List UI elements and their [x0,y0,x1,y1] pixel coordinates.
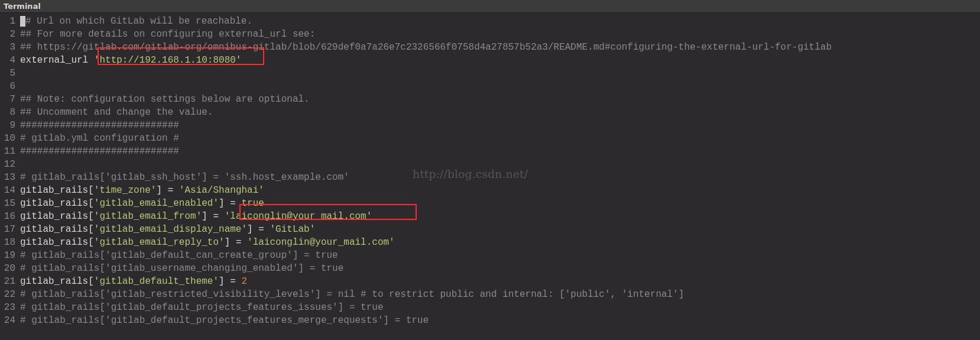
code-content[interactable]: # gitlab_rails['gitlab_username_changing… [20,262,980,275]
code-token: # gitlab_rails['gitlab_default_can_creat… [20,250,338,261]
line-number: 14 [0,184,20,197]
line-number: 5 [0,67,20,80]
text-cursor [20,16,25,27]
code-token: ] = [225,237,247,248]
code-line[interactable]: 10# gitlab.yml configuration # [0,132,980,145]
line-number: 20 [0,262,20,275]
code-token: # Url on which GitLab will be reachable. [25,16,252,27]
code-line[interactable]: 8## Uncomment and change the value. [0,106,980,119]
code-content[interactable]: # gitlab_rails['gitlab_default_can_creat… [20,249,980,262]
code-token: ] = [247,224,270,235]
code-line[interactable]: 6 [0,80,980,93]
code-content[interactable]: gitlab_rails['gitlab_email_from'] = 'lai… [20,210,980,223]
code-content[interactable]: ############################ [20,119,980,132]
line-number: 18 [0,236,20,249]
code-content[interactable]: gitlab_rails['gitlab_email_display_name'… [20,223,980,236]
code-token: ] = [202,211,224,222]
code-line[interactable]: 1# Url on which GitLab will be reachable… [0,15,980,28]
code-line[interactable]: 4external_url 'http://192.168.1.10:8080' [0,54,980,67]
code-token: 'time_zone' [94,185,157,196]
code-content[interactable]: # gitlab.yml configuration # [20,132,980,145]
code-token: [ [88,185,94,196]
code-token: # gitlab.yml configuration # [20,133,179,144]
code-line[interactable]: 3## https://gitlab.com/gitlab-org/omnibu… [0,41,980,54]
code-line[interactable]: 7## Note: configuration settings below a… [0,93,980,106]
code-content[interactable]: # gitlab_rails['gitlab_default_projects_… [20,301,980,314]
code-content[interactable]: ## For more details on configuring exter… [20,28,980,41]
code-line[interactable]: 24# gitlab_rails['gitlab_default_project… [0,314,980,327]
line-number: 21 [0,275,20,288]
line-number: 24 [0,314,20,327]
code-token: gitlab_rails [20,237,88,248]
code-token: 'gitlab_email_enabled' [94,198,219,209]
code-token: external_url [20,55,94,66]
code-token: [ [88,224,94,235]
line-number: 23 [0,301,20,314]
code-content[interactable]: # gitlab_rails['gitlab_restricted_visibi… [20,288,980,301]
line-number: 16 [0,210,20,223]
line-number: 10 [0,132,20,145]
line-number: 11 [0,145,20,158]
window-title: Terminal [4,2,41,11]
code-token: ] = [219,198,241,209]
code-token: 'GitLab' [270,224,315,235]
line-number: 1 [0,15,20,28]
code-token: gitlab_rails [20,211,88,222]
code-content[interactable]: gitlab_rails['gitlab_email_reply_to'] = … [20,236,980,249]
code-token: # gitlab_rails['gitlab_username_changing… [20,263,343,274]
code-line[interactable]: 9############################ [0,119,980,132]
code-token: [ [88,276,94,287]
code-token: ############################ [20,120,179,131]
code-token: 'gitlab_email_display_name' [94,224,247,235]
code-line[interactable]: 14gitlab_rails['time_zone'] = 'Asia/Shan… [0,184,980,197]
code-token: ## Uncomment and change the value. [20,107,213,118]
code-line[interactable]: 2## For more details on configuring exte… [0,28,980,41]
code-content[interactable]: gitlab_rails['time_zone'] = 'Asia/Shangh… [20,184,980,197]
code-token: ] = [156,185,179,196]
code-content[interactable]: gitlab_rails['gitlab_email_enabled'] = t… [20,197,980,210]
code-token: [ [88,211,94,222]
code-content[interactable]: # gitlab_rails['gitlab_ssh_host'] = 'ssh… [20,171,980,184]
code-line[interactable]: 15gitlab_rails['gitlab_email_enabled'] =… [0,197,980,210]
editor-area[interactable]: 1# Url on which GitLab will be reachable… [0,13,980,327]
code-token: 'gitlab_email_from' [94,211,202,222]
code-line[interactable]: 18gitlab_rails['gitlab_email_reply_to'] … [0,236,980,249]
code-token: ## For more details on configuring exter… [20,29,315,40]
code-token: gitlab_rails [20,276,88,287]
code-line[interactable]: 20# gitlab_rails['gitlab_username_changi… [0,262,980,275]
code-content[interactable]: gitlab_rails['gitlab_default_theme'] = 2 [20,275,980,288]
code-content[interactable]: ## https://gitlab.com/gitlab-org/omnibus… [20,41,980,54]
code-token: # gitlab_rails['gitlab_restricted_visibi… [20,289,684,300]
line-number: 22 [0,288,20,301]
line-number: 3 [0,41,20,54]
code-token: # gitlab_rails['gitlab_ssh_host'] = 'ssh… [20,172,349,183]
code-content[interactable]: ## Note: configuration settings below ar… [20,93,980,106]
code-token: gitlab_rails [20,198,88,209]
code-line[interactable]: 19# gitlab_rails['gitlab_default_can_cre… [0,249,980,262]
code-content[interactable]: # gitlab_rails['gitlab_default_projects_… [20,314,980,327]
code-content[interactable]: # Url on which GitLab will be reachable. [20,15,980,28]
code-content[interactable]: external_url 'http://192.168.1.10:8080' [20,54,980,67]
line-number: 17 [0,223,20,236]
code-content[interactable]: ############################ [20,145,980,158]
code-token: ] = [219,276,241,287]
code-line[interactable]: 22# gitlab_rails['gitlab_restricted_visi… [0,288,980,301]
code-token: [ [88,237,94,248]
code-line[interactable]: 12 [0,158,980,171]
line-number: 12 [0,158,20,171]
code-token: 'Asia/Shanghai' [179,185,264,196]
code-line[interactable]: 5 [0,67,980,80]
code-line[interactable]: 11############################ [0,145,980,158]
code-line[interactable]: 16gitlab_rails['gitlab_email_from'] = 'l… [0,210,980,223]
code-token: 'gitlab_default_theme' [94,276,219,287]
code-line[interactable]: 17gitlab_rails['gitlab_email_display_nam… [0,223,980,236]
code-line[interactable]: 21gitlab_rails['gitlab_default_theme'] =… [0,275,980,288]
code-line[interactable]: 13# gitlab_rails['gitlab_ssh_host'] = 's… [0,171,980,184]
code-token: # gitlab_rails['gitlab_default_projects_… [20,302,384,313]
line-number: 8 [0,106,20,119]
code-token: 'gitlab_email_reply_to' [94,237,225,248]
line-number: 13 [0,171,20,184]
code-token: 'laiconglin@your_mail.com' [225,211,372,222]
code-content[interactable]: ## Uncomment and change the value. [20,106,980,119]
code-line[interactable]: 23# gitlab_rails['gitlab_default_project… [0,301,980,314]
